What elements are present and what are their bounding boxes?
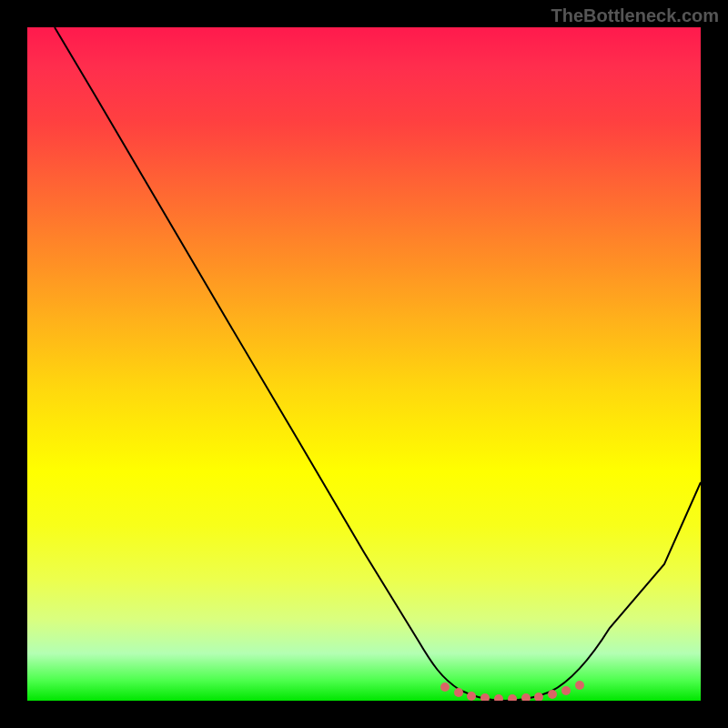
sweet-spot-dot <box>454 688 463 697</box>
sweet-spot-dot <box>440 682 450 692</box>
sweet-spot-dot <box>548 690 557 699</box>
sweet-spot-dot <box>467 692 476 701</box>
sweet-spot-dot <box>575 681 584 690</box>
chart-svg <box>27 27 701 701</box>
bottleneck-curve-path <box>55 27 701 701</box>
sweet-spot-dot <box>494 694 503 701</box>
sweet-spot-dot <box>480 693 490 701</box>
chart-plot-area <box>27 27 701 701</box>
sweet-spot-dot <box>521 693 531 701</box>
sweet-spot-dot <box>508 694 517 701</box>
sweet-spot-dot <box>534 693 543 701</box>
sweet-spot-dot <box>561 686 571 695</box>
watermark-text: TheBottleneck.com <box>551 5 719 26</box>
